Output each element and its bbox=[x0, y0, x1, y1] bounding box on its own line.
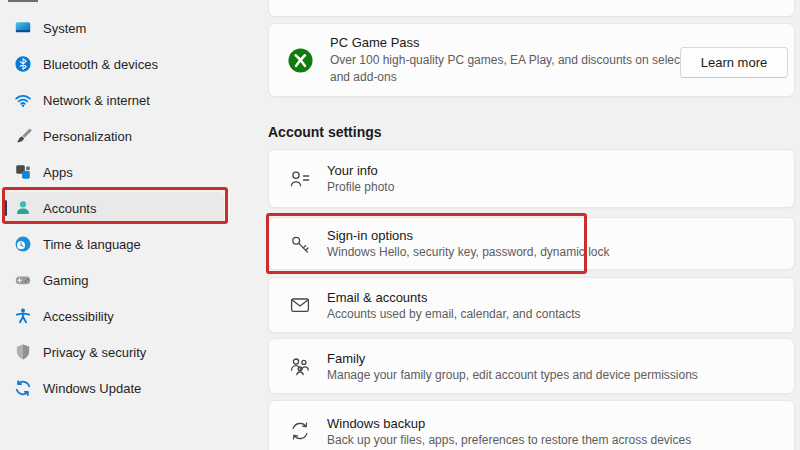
sidebar-item-accessibility[interactable]: Accessibility bbox=[0, 298, 268, 334]
sidebar: System Bluetooth & devices Network & int… bbox=[0, 10, 268, 406]
selected-item-background bbox=[4, 192, 224, 224]
sidebar-item-label: Bluetooth & devices bbox=[43, 57, 158, 72]
setting-description: Manage your family group, edit account t… bbox=[327, 368, 698, 382]
setting-title: Sign-in options bbox=[327, 228, 610, 243]
setting-row-sign-in-options[interactable]: Sign-in options Windows Hello, security … bbox=[268, 217, 795, 270]
xbox-icon bbox=[287, 47, 314, 74]
setting-title: Windows backup bbox=[327, 416, 691, 431]
sidebar-item-personalization[interactable]: Personalization bbox=[0, 118, 268, 154]
time-language-icon bbox=[14, 235, 32, 253]
sidebar-item-label: Apps bbox=[43, 165, 73, 180]
sidebar-item-label: Accounts bbox=[43, 201, 96, 216]
key-icon bbox=[289, 233, 311, 255]
sidebar-item-network-internet[interactable]: Network & internet bbox=[0, 82, 268, 118]
sidebar-item-label: Privacy & security bbox=[43, 345, 146, 360]
sidebar-item-windows-update[interactable]: Windows Update bbox=[0, 370, 268, 406]
network-wifi-icon bbox=[14, 91, 32, 109]
setting-row-windows-backup[interactable]: Windows backup Back up your files, apps,… bbox=[268, 400, 795, 450]
sidebar-item-time-language[interactable]: Time & language bbox=[0, 226, 268, 262]
setting-title: Your info bbox=[327, 163, 394, 178]
family-icon bbox=[289, 355, 311, 377]
accounts-icon bbox=[14, 199, 32, 217]
cropped-element-artifact bbox=[8, 0, 38, 2]
windows-update-icon bbox=[14, 379, 32, 397]
system-icon bbox=[14, 19, 32, 37]
setting-description: Windows Hello, security key, password, d… bbox=[327, 245, 610, 259]
accessibility-icon bbox=[14, 307, 32, 325]
promo-description: Over 100 high-quality PC games, EA Play,… bbox=[330, 52, 725, 84]
setting-row-email-accounts[interactable]: Email & accounts Accounts used by email,… bbox=[268, 277, 795, 333]
backup-sync-icon bbox=[289, 420, 311, 442]
promo-title: PC Game Pass bbox=[330, 35, 725, 50]
sidebar-item-label: System bbox=[43, 21, 86, 36]
sidebar-item-apps[interactable]: Apps bbox=[0, 154, 268, 190]
gaming-gamepad-icon bbox=[14, 271, 32, 289]
setting-description: Back up your files, apps, preferences to… bbox=[327, 433, 691, 447]
sidebar-item-gaming[interactable]: Gaming bbox=[0, 262, 268, 298]
personalization-brush-icon bbox=[14, 127, 32, 145]
partially-visible-card-above[interactable] bbox=[268, 0, 795, 17]
learn-more-button[interactable]: Learn more bbox=[680, 47, 788, 78]
sidebar-item-label: Windows Update bbox=[43, 381, 141, 396]
pc-game-pass-card[interactable]: PC Game Pass Over 100 high-quality PC ga… bbox=[268, 23, 795, 97]
settings-window: System Bluetooth & devices Network & int… bbox=[0, 0, 800, 450]
setting-title: Email & accounts bbox=[327, 290, 580, 305]
sidebar-item-label: Personalization bbox=[43, 129, 132, 144]
sidebar-item-label: Accessibility bbox=[43, 309, 114, 324]
section-heading: Account settings bbox=[268, 124, 382, 140]
selected-item-accent-bar bbox=[4, 200, 7, 216]
email-icon bbox=[289, 294, 311, 316]
sidebar-item-privacy-security[interactable]: Privacy & security bbox=[0, 334, 268, 370]
sidebar-item-accounts[interactable]: Accounts bbox=[0, 190, 268, 226]
setting-row-your-info[interactable]: Your info Profile photo bbox=[268, 149, 795, 208]
setting-description: Profile photo bbox=[327, 180, 394, 194]
setting-row-family[interactable]: Family Manage your family group, edit ac… bbox=[268, 338, 795, 394]
setting-description: Accounts used by email, calendar, and co… bbox=[327, 307, 580, 321]
sidebar-item-label: Gaming bbox=[43, 273, 89, 288]
sidebar-item-system[interactable]: System bbox=[0, 10, 268, 46]
your-info-icon bbox=[289, 168, 311, 190]
sidebar-item-label: Network & internet bbox=[43, 93, 150, 108]
apps-icon bbox=[14, 163, 32, 181]
privacy-shield-icon bbox=[14, 343, 32, 361]
sidebar-item-bluetooth-devices[interactable]: Bluetooth & devices bbox=[0, 46, 268, 82]
setting-title: Family bbox=[327, 351, 698, 366]
sidebar-item-label: Time & language bbox=[43, 237, 141, 252]
bluetooth-icon bbox=[14, 55, 32, 73]
